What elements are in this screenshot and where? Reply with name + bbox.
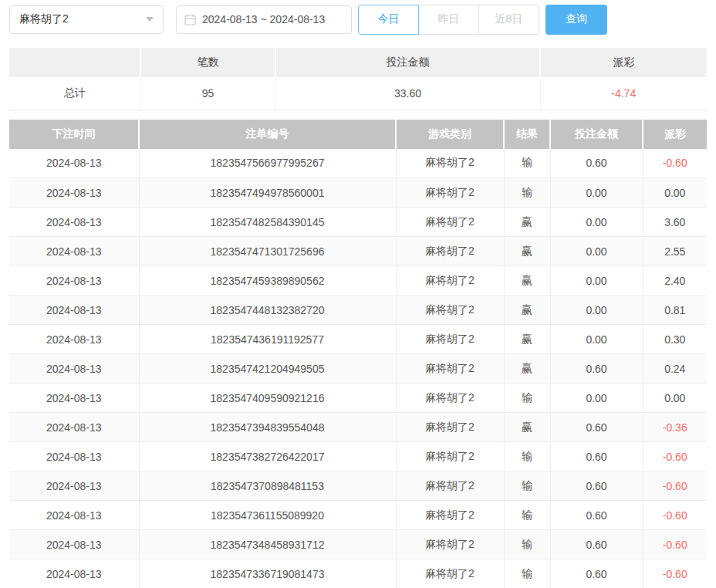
cell-payout: -0.60: [643, 530, 707, 559]
cell-result: 赢: [504, 325, 550, 354]
cell-game-category: 麻将胡了2: [396, 530, 504, 559]
toolbar: 麻将胡了2 2024-08-13 ~ 2024-08-13 今日 昨日 近8日 …: [0, 0, 716, 35]
cell-payout: 0.24: [643, 354, 707, 384]
cell-bet-time: 2024-08-13: [9, 237, 139, 266]
bet-table-body: 2024-08-13 1823547566977995267 麻将胡了2 输 0…: [9, 149, 707, 588]
table-row: 2024-08-13 1823547394839554048 麻将胡了2 赢 0…: [9, 413, 707, 442]
cell-bet-amount: 0.00: [550, 208, 643, 237]
cell-result: 输: [504, 149, 550, 178]
cell-bet-number: 1823547382726422017: [139, 442, 396, 471]
cell-game-category: 麻将胡了2: [396, 354, 504, 384]
cell-bet-number: 1823547494978560001: [139, 178, 396, 208]
cell-bet-number: 1823547336719081473: [139, 559, 396, 588]
cell-payout: -0.60: [643, 559, 707, 588]
cell-bet-amount: 0.60: [550, 413, 643, 442]
cell-bet-time: 2024-08-13: [9, 530, 139, 559]
table-row: 2024-08-13 1823547421204949505 麻将胡了2 赢 0…: [9, 354, 707, 384]
cell-game-category: 麻将胡了2: [396, 384, 504, 413]
bet-records-table: 下注时间 注单编号 游戏类别 结果 投注金额 派彩 2024-08-13 182…: [9, 120, 707, 588]
cell-game-category: 麻将胡了2: [396, 471, 504, 501]
summary-total-label: 总计: [9, 77, 140, 110]
yesterday-button[interactable]: 昨日: [418, 5, 479, 35]
cell-bet-number: 1823547471301725696: [139, 237, 396, 266]
cell-bet-amount: 0.60: [550, 530, 643, 559]
summary-total-bet-amount: 33.60: [275, 77, 540, 110]
summary-total-payout: -4.74: [540, 77, 707, 110]
table-row: 2024-08-13 1823547494978560001 麻将胡了2 输 0…: [9, 178, 707, 208]
query-button[interactable]: 查询: [545, 5, 607, 35]
cell-bet-amount: 0.00: [550, 384, 643, 413]
last-8-days-button[interactable]: 近8日: [478, 5, 539, 35]
cell-payout: 0.00: [643, 384, 707, 413]
cell-result: 输: [504, 501, 550, 530]
cell-bet-number: 1823547448132382720: [139, 296, 396, 325]
summary-header-bet-amount: 投注金额: [275, 48, 540, 77]
header-result: 结果: [504, 120, 550, 149]
cell-payout: 0.00: [643, 178, 707, 208]
summary-header-count: 笔数: [140, 48, 275, 77]
cell-bet-amount: 0.60: [550, 442, 643, 471]
quick-range-button-group: 今日 昨日 近8日: [358, 5, 539, 35]
cell-payout: 0.30: [643, 325, 707, 354]
table-row: 2024-08-13 1823547436191192577 麻将胡了2 赢 0…: [9, 325, 707, 354]
cell-bet-time: 2024-08-13: [9, 354, 139, 384]
cell-bet-amount: 0.00: [550, 178, 643, 208]
summary-header-row: 笔数 投注金额 派彩: [9, 48, 707, 77]
cell-bet-number: 1823547459389890562: [139, 266, 396, 296]
summary-header-empty: [9, 48, 140, 77]
cell-result: 赢: [504, 296, 550, 325]
table-row: 2024-08-13 1823547409590921216 麻将胡了2 输 0…: [9, 384, 707, 413]
table-row: 2024-08-13 1823547448132382720 麻将胡了2 赢 0…: [9, 296, 707, 325]
summary-total-row: 总计 95 33.60 -4.74: [9, 77, 707, 110]
cell-game-category: 麻将胡了2: [396, 442, 504, 471]
header-payout: 派彩: [643, 120, 707, 149]
table-row: 2024-08-13 1823547370898481153 麻将胡了2 输 0…: [9, 471, 707, 501]
table-row: 2024-08-13 1823547459389890562 麻将胡了2 赢 0…: [9, 266, 707, 296]
cell-payout: -0.36: [643, 413, 707, 442]
cell-result: 赢: [504, 208, 550, 237]
cell-payout: -0.60: [643, 501, 707, 530]
cell-bet-amount: 0.60: [550, 149, 643, 178]
cell-result: 赢: [504, 237, 550, 266]
cell-bet-time: 2024-08-13: [9, 178, 139, 208]
cell-game-category: 麻将胡了2: [396, 178, 504, 208]
header-bet-time: 下注时间: [9, 120, 139, 149]
cell-game-category: 麻将胡了2: [396, 208, 504, 237]
cell-game-category: 麻将胡了2: [396, 325, 504, 354]
cell-bet-number: 1823547436191192577: [139, 325, 396, 354]
cell-bet-number: 1823547394839554048: [139, 413, 396, 442]
cell-payout: -0.60: [643, 442, 707, 471]
cell-bet-time: 2024-08-13: [9, 149, 139, 178]
game-select[interactable]: 麻将胡了2: [9, 5, 164, 34]
cell-result: 赢: [504, 266, 550, 296]
cell-bet-number: 1823547566977995267: [139, 149, 396, 178]
cell-game-category: 麻将胡了2: [396, 266, 504, 296]
table-row: 2024-08-13 1823547361155089920 麻将胡了2 输 0…: [9, 501, 707, 530]
header-bet-amount: 投注金额: [550, 120, 643, 149]
date-range-picker[interactable]: 2024-08-13 ~ 2024-08-13: [176, 5, 352, 34]
summary-table: 笔数 投注金额 派彩 总计 95 33.60 -4.74: [9, 48, 707, 110]
cell-result: 输: [504, 530, 550, 559]
table-row: 2024-08-13 1823547382726422017 麻将胡了2 输 0…: [9, 442, 707, 471]
cell-result: 输: [504, 442, 550, 471]
cell-bet-time: 2024-08-13: [9, 208, 139, 237]
cell-bet-time: 2024-08-13: [9, 471, 139, 501]
today-button[interactable]: 今日: [358, 5, 419, 35]
cell-game-category: 麻将胡了2: [396, 413, 504, 442]
cell-bet-number: 1823547348458931712: [139, 530, 396, 559]
cell-bet-amount: 0.00: [550, 325, 643, 354]
chevron-down-icon: [146, 17, 154, 22]
game-select-value: 麻将胡了2: [19, 12, 69, 26]
cell-bet-time: 2024-08-13: [9, 266, 139, 296]
cell-result: 赢: [504, 354, 550, 384]
cell-bet-time: 2024-08-13: [9, 413, 139, 442]
cell-result: 输: [504, 178, 550, 208]
cell-bet-time: 2024-08-13: [9, 296, 139, 325]
cell-bet-time: 2024-08-13: [9, 442, 139, 471]
cell-bet-time: 2024-08-13: [9, 559, 139, 588]
cell-result: 输: [504, 559, 550, 588]
table-row: 2024-08-13 1823547482584390145 麻将胡了2 赢 0…: [9, 208, 707, 237]
cell-game-category: 麻将胡了2: [396, 237, 504, 266]
cell-game-category: 麻将胡了2: [396, 149, 504, 178]
cell-payout: 0.81: [643, 296, 707, 325]
